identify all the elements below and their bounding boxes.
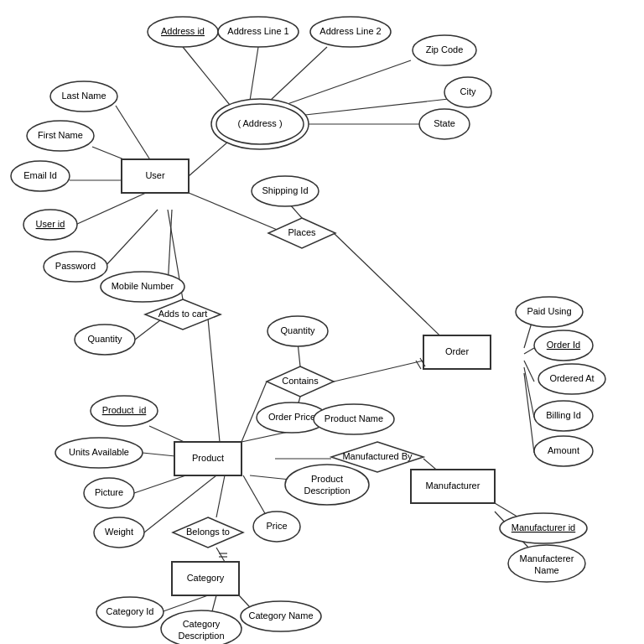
svg-line-20 (334, 361, 423, 382)
svg-line-18 (208, 319, 220, 442)
svg-text:Address id: Address id (161, 26, 205, 36)
svg-text:Email Id: Email Id (23, 170, 57, 180)
svg-text:User id: User id (36, 219, 65, 229)
svg-text:Ordered At: Ordered At (549, 373, 594, 383)
svg-text:Places: Places (288, 227, 316, 237)
svg-text:Weight: Weight (105, 527, 133, 537)
svg-text:Product Name: Product Name (325, 413, 383, 423)
svg-text:( Address ): ( Address ) (237, 118, 282, 128)
svg-text:Order Price: Order Price (268, 412, 315, 422)
svg-text:Address Line 1: Address Line 1 (227, 26, 288, 36)
svg-text:Billing Id: Billing Id (546, 410, 581, 420)
svg-line-1 (183, 47, 233, 109)
svg-line-2 (250, 47, 258, 101)
svg-line-32 (216, 548, 225, 562)
svg-line-11 (105, 210, 158, 267)
svg-text:First Name: First Name (38, 130, 83, 140)
svg-text:Manufacturer id: Manufacturer id (512, 522, 575, 532)
svg-text:Product: Product (311, 474, 343, 484)
svg-text:Units Available: Units Available (69, 447, 129, 457)
svg-text:Password: Password (55, 261, 96, 271)
svg-text:Zip Code: Zip Code (426, 44, 464, 55)
svg-line-15 (334, 233, 457, 352)
svg-text:Name: Name (534, 565, 558, 575)
svg-text:Category Name: Category Name (248, 610, 313, 621)
svg-text:Amount: Amount (548, 445, 579, 455)
svg-text:Manufacturer: Manufacturer (426, 480, 480, 491)
svg-text:Product_id: Product_id (102, 405, 147, 415)
svg-text:User: User (145, 170, 165, 180)
svg-text:Category: Category (187, 573, 225, 583)
svg-text:Order Id: Order Id (547, 340, 580, 350)
svg-text:City: City (460, 86, 476, 96)
svg-text:Product: Product (192, 453, 224, 463)
svg-text:Adds to cart: Adds to cart (158, 309, 208, 319)
svg-line-42 (524, 361, 534, 382)
svg-line-41 (524, 348, 534, 354)
svg-text:Description: Description (178, 631, 224, 641)
svg-text:Quantity: Quantity (88, 334, 122, 344)
svg-text:Quantity: Quantity (281, 325, 315, 335)
svg-line-31 (216, 475, 225, 517)
svg-point-134 (508, 545, 585, 582)
svg-text:Address Line 2: Address Line 2 (319, 26, 381, 36)
svg-text:Description: Description (304, 486, 350, 496)
svg-text:Order: Order (445, 346, 469, 356)
svg-text:Last Name: Last Name (61, 91, 106, 101)
er-diagram: ( Address ) User Product Order Category … (0, 0, 644, 644)
svg-text:Manufactured By: Manufactured By (342, 451, 413, 461)
svg-text:Contains: Contains (282, 376, 319, 386)
svg-text:Belongs to: Belongs to (186, 527, 230, 537)
svg-text:Mobile Number: Mobile Number (112, 281, 174, 291)
svg-text:Shipping Id: Shipping Id (262, 185, 308, 195)
svg-text:Manufacterer: Manufacterer (520, 553, 574, 564)
svg-line-4 (285, 60, 411, 105)
svg-line-10 (75, 189, 155, 225)
svg-line-33 (161, 595, 208, 612)
svg-text:State: State (434, 118, 455, 128)
svg-text:Category: Category (183, 619, 221, 629)
svg-line-44 (524, 373, 534, 453)
svg-text:Price: Price (266, 521, 287, 531)
svg-text:Picture: Picture (95, 487, 123, 497)
svg-text:Category Id: Category Id (106, 606, 154, 616)
svg-text:Paid Using: Paid Using (527, 306, 571, 316)
